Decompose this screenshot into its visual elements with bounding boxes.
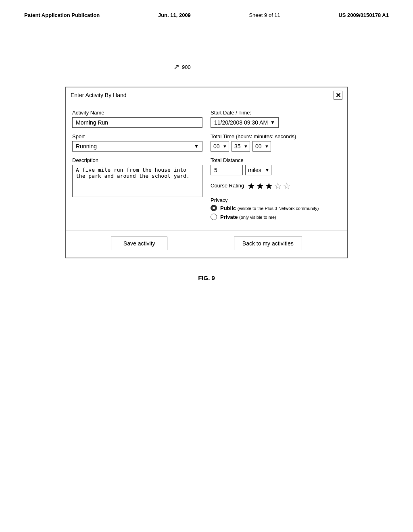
activity-name-label: Activity Name — [72, 110, 202, 116]
hours-select-wrapper[interactable]: 00 01 02 ▼ — [211, 141, 229, 152]
star-4[interactable]: ☆ — [274, 181, 282, 191]
annotation-900: ↗ 900 — [173, 62, 191, 71]
dialog-title: Enter Activity By Hand — [71, 92, 127, 98]
star-rating[interactable]: ★ ★ ★ ☆ ☆ — [247, 181, 291, 191]
patent-label: US 2009/0150178 A1 — [338, 12, 389, 18]
privacy-private-option[interactable]: Private (only visible to me) — [211, 214, 341, 220]
annotation-arrow-icon: ↗ — [173, 62, 179, 71]
star-1[interactable]: ★ — [247, 181, 255, 191]
annotation-number: 900 — [182, 64, 191, 70]
sport-select-wrapper[interactable]: Running Cycling Swimming Walking ▼ — [72, 141, 202, 152]
dialog-title-bar: Enter Activity By Hand ✕ — [66, 87, 347, 103]
close-button[interactable]: ✕ — [334, 91, 342, 100]
right-column: Start Date / Time: 11/20/2008 09:30 AM ▼… — [211, 110, 341, 220]
total-time-label: Total Time (hours: minutes: seconds) — [211, 133, 341, 139]
dialog-footer: Save activity Back to my activities — [66, 231, 347, 258]
privacy-options: Public (visible to the Plus 3 Network co… — [211, 205, 341, 220]
sport-select[interactable]: Running Cycling Swimming Walking — [73, 141, 202, 151]
sheet-label: Sheet 9 of 11 — [249, 12, 280, 18]
total-time-field: Total Time (hours: minutes: seconds) 00 … — [211, 133, 341, 152]
privacy-public-radio[interactable] — [211, 205, 217, 211]
total-distance-label: Total Distance — [211, 157, 341, 163]
privacy-private-label: Private (only visible to me) — [220, 214, 276, 220]
minutes-select[interactable]: 35 00 15 30 45 — [232, 141, 250, 151]
activity-name-field: Activity Name — [72, 110, 202, 128]
start-date-label: Start Date / Time: — [211, 110, 341, 116]
star-2[interactable]: ★ — [256, 181, 264, 191]
privacy-field: Privacy Public (visible to the Plus 3 Ne… — [211, 197, 341, 220]
privacy-label: Privacy — [211, 197, 341, 203]
total-distance-field: Total Distance miles km ▼ — [211, 157, 341, 175]
privacy-public-label: Public (visible to the Plus 3 Network co… — [220, 205, 319, 211]
start-datetime-value: 11/20/2008 09:30 AM — [214, 119, 268, 126]
description-field: Description A five mile run from the hou… — [72, 157, 202, 198]
hours-select[interactable]: 00 01 02 — [211, 141, 229, 151]
distance-row: miles km ▼ — [211, 165, 341, 175]
activity-name-input[interactable] — [72, 117, 202, 128]
description-label: Description — [72, 157, 202, 163]
back-to-activities-button[interactable]: Back to my activities — [234, 237, 302, 250]
distance-unit-select-wrapper[interactable]: miles km ▼ — [245, 165, 271, 175]
save-activity-button[interactable]: Save activity — [111, 237, 167, 250]
course-rating-label: Course Rating — [211, 183, 244, 189]
privacy-public-option[interactable]: Public (visible to the Plus 3 Network co… — [211, 205, 341, 211]
date-label: Jun. 11, 2009 — [158, 12, 191, 18]
distance-input[interactable] — [211, 165, 243, 175]
page-header: Patent Application Publication Jun. 11, … — [0, 0, 413, 26]
star-5[interactable]: ☆ — [283, 181, 291, 191]
seconds-select[interactable]: 00 30 — [253, 141, 271, 151]
privacy-private-radio[interactable] — [211, 214, 217, 220]
start-datetime-picker[interactable]: 11/20/2008 09:30 AM ▼ — [211, 117, 279, 128]
seconds-select-wrapper[interactable]: 00 30 ▼ — [252, 141, 271, 152]
time-selects-row: 00 01 02 ▼ 35 00 15 30 45 — [211, 141, 341, 152]
annotation-area: ↗ 900 — [0, 50, 413, 83]
datetime-dropdown-icon: ▼ — [270, 120, 275, 125]
description-textarea[interactable]: A five mile run from the house into the … — [72, 165, 202, 197]
dialog-body: Activity Name Sport Running Cycling Swim… — [66, 103, 347, 227]
sport-field: Sport Running Cycling Swimming Walking ▼ — [72, 133, 202, 152]
course-rating-row: Course Rating ★ ★ ★ ☆ ☆ — [211, 181, 341, 191]
course-rating-field: Course Rating ★ ★ ★ ☆ ☆ — [211, 181, 341, 191]
star-3[interactable]: ★ — [265, 181, 273, 191]
sport-label: Sport — [72, 133, 202, 139]
start-datetime-field: Start Date / Time: 11/20/2008 09:30 AM ▼ — [211, 110, 341, 128]
figure-label: FIG. 9 — [0, 274, 413, 281]
publication-label: Patent Application Publication — [24, 12, 100, 18]
distance-unit-select[interactable]: miles km — [246, 165, 271, 175]
minutes-select-wrapper[interactable]: 35 00 15 30 45 ▼ — [232, 141, 250, 152]
left-column: Activity Name Sport Running Cycling Swim… — [72, 110, 202, 220]
enter-activity-dialog: Enter Activity By Hand ✕ Activity Name S… — [65, 87, 348, 258]
